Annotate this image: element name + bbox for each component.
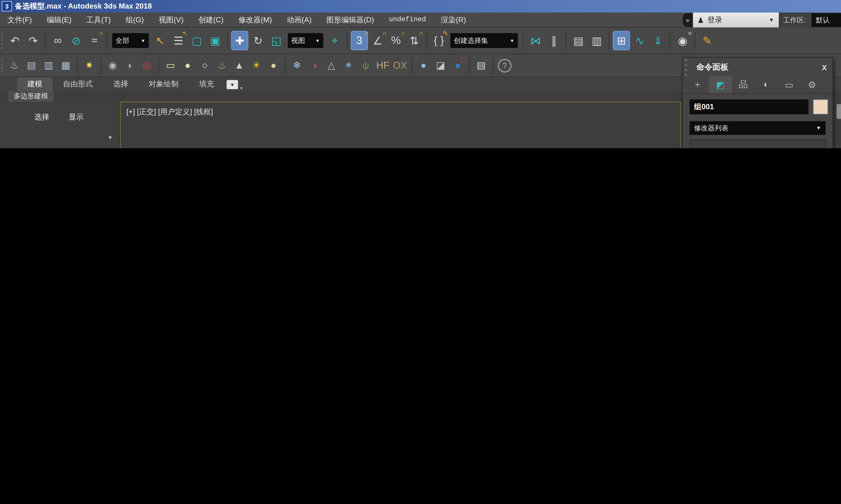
help-icon[interactable]: ? — [497, 57, 513, 74]
batch-render-icon[interactable]: ▤← — [473, 57, 489, 74]
area-light-icon[interactable]: ▭ — [162, 57, 178, 74]
spinner-snap-icon[interactable]: ⇅∩ — [406, 31, 423, 50]
viewport-label[interactable]: [+] [正交] [用户定义] [线框] — [126, 107, 213, 117]
tab-freeform[interactable]: 自由形式 — [53, 77, 103, 91]
hair-hf-icon[interactable]: HF — [375, 57, 391, 74]
fur-ox-icon[interactable]: OX — [392, 57, 408, 74]
menu-item-rendering[interactable]: 渲染(R) — [433, 13, 474, 27]
tab-hierarchy[interactable]: 品 — [732, 76, 755, 93]
close-icon[interactable]: X — [822, 63, 827, 72]
use-pivot-point-icon[interactable]: ⌖ — [326, 31, 343, 50]
tab-motion[interactable]: ◐ — [755, 76, 777, 93]
select-and-move-icon[interactable]: ✚ — [231, 31, 248, 50]
material-editor-icon[interactable]: ◉≡ — [674, 31, 691, 50]
tab-utilities[interactable]: ⚙ — [801, 76, 823, 93]
command-panel-titlebar[interactable]: 命令面板 X — [685, 59, 833, 76]
gold-teapot-icon[interactable]: ♨ — [214, 57, 230, 74]
menu-item-undefined[interactable]: undefined — [381, 13, 433, 27]
tab-create[interactable]: ＋ — [686, 76, 709, 93]
ribbon-subtab-polygon-modeling[interactable]: 多边形建模 — [8, 91, 54, 102]
toggle-scene-explorer-icon[interactable]: ▤ — [570, 31, 587, 50]
tab-populate[interactable]: 填充 — [189, 77, 224, 91]
menu-item-modifiers[interactable]: 修改器(M) — [231, 13, 279, 27]
toolbar-separator — [347, 32, 347, 49]
render-presets-icon[interactable]: ▦ — [58, 57, 74, 74]
menu-item-animation[interactable]: 动画(A) — [279, 13, 319, 27]
sun-light-icon[interactable]: ☀ — [248, 57, 264, 74]
rendered-frame-window-icon[interactable]: ▥ — [41, 57, 57, 74]
select-and-scale-icon[interactable]: ◱ — [268, 31, 285, 50]
mirror-icon[interactable]: ⋈ — [527, 31, 544, 50]
toolbar-separator — [158, 57, 159, 74]
omni-light-icon[interactable]: ● — [179, 57, 195, 74]
object-color-swatch[interactable] — [813, 100, 828, 114]
foam-icon[interactable]: ❄ — [289, 57, 305, 74]
reference-coordinate-dropdown[interactable]: 视图▼ — [288, 33, 323, 48]
camera-icon[interactable]: ◗ — [122, 57, 138, 74]
grass-icon[interactable]: ψ — [358, 57, 374, 74]
ribbon-minimize-arrow-icon[interactable]: ▾ — [240, 86, 243, 91]
tab-object-paint[interactable]: 对象绘制 — [138, 77, 189, 91]
modifier-list-dropdown[interactable]: 修改器列表 ▼ — [689, 121, 826, 135]
stereo-camera-icon[interactable]: ◎ — [139, 57, 155, 74]
redo-icon[interactable]: ↷ — [24, 31, 42, 50]
toolbar-overflow-icon[interactable]: » — [682, 13, 693, 27]
bind-to-space-warp-icon[interactable]: ≈∩ — [86, 31, 103, 50]
sphere-light-icon[interactable]: ○ — [197, 57, 213, 74]
snap-toggle-3d-icon[interactable]: 3∩ — [351, 31, 368, 50]
menu-item-create[interactable]: 创建(C) — [191, 13, 231, 27]
window-crossing-icon[interactable]: ▣ — [207, 31, 224, 50]
named-selection-sets-dropdown[interactable]: 创建选择集▼ — [450, 33, 518, 48]
tab-modify[interactable]: ◩ — [709, 76, 732, 93]
unlink-selection-icon[interactable]: ⊘ — [67, 31, 85, 50]
menu-item-views[interactable]: 视图(V) — [151, 13, 191, 27]
select-by-name-icon[interactable]: ☰↖ — [170, 31, 187, 50]
render-setup-window-icon[interactable]: ▤ — [23, 57, 39, 74]
tab-selection[interactable]: 选择 — [103, 77, 138, 91]
select-and-rotate-icon[interactable]: ↻ — [250, 31, 267, 50]
modifier-stack[interactable] — [689, 140, 826, 148]
angle-snap-icon[interactable]: ∠∩ — [369, 31, 386, 50]
tab-modeling[interactable]: 建模 — [17, 77, 53, 91]
render-setup-icon[interactable]: ✎ — [699, 31, 716, 50]
menu-item-tools[interactable]: 工具(T) — [79, 13, 118, 27]
toggle-layer-explorer-icon[interactable]: ▥ — [588, 31, 605, 50]
explorer-dropdown-icon[interactable]: ▼ — [108, 135, 113, 141]
selection-filter-dropdown[interactable]: 全部▼ — [112, 33, 149, 48]
select-and-link-icon[interactable]: ∞ — [49, 31, 66, 50]
light-lister-icon[interactable]: ✷ — [81, 57, 97, 74]
metaball-icon[interactable]: ◑ — [306, 57, 322, 74]
schematic-view-icon[interactable]: ⇓ — [649, 31, 667, 50]
exposure-icon[interactable]: ●▢ — [450, 57, 466, 74]
viewport[interactable]: [+] [正交] [用户定义] [线框] — [120, 102, 681, 148]
explorer-menu-select[interactable]: 选择 — [34, 112, 49, 122]
derrick-icon[interactable]: △ — [323, 57, 339, 74]
object-name-field[interactable]: 组001 — [689, 100, 809, 114]
align-icon[interactable]: ∥ — [545, 31, 563, 50]
toggle-ribbon-icon[interactable]: ⊞ — [613, 31, 630, 50]
tan-sphere-icon[interactable]: ● — [265, 57, 281, 74]
toolbar-separator — [227, 32, 228, 49]
edit-named-selection-sets-icon[interactable]: { }✎ — [430, 31, 447, 50]
cone-icon[interactable]: ▲ — [231, 57, 247, 74]
rectangular-selection-region-icon[interactable]: ▢ — [188, 31, 205, 50]
menu-item-graph-editors[interactable]: 图形编辑器(D) — [319, 13, 381, 27]
select-object-icon[interactable]: ↖ — [152, 31, 169, 50]
menu-item-file[interactable]: 文件(F) — [0, 13, 39, 27]
signin-button[interactable]: ♟ 登录 ▼ — [693, 13, 778, 28]
rock-icon[interactable]: ✷ — [340, 57, 356, 74]
workspace-dropdown[interactable]: 默认 ▼ — [811, 13, 841, 27]
blue-sphere-icon[interactable]: ● — [415, 57, 431, 74]
physical-camera-icon[interactable]: ◪ — [433, 57, 449, 74]
collapsed-tab[interactable] — [837, 104, 841, 119]
menu-item-edit[interactable]: 编辑(E) — [39, 13, 79, 27]
ribbon-minimize-icon[interactable]: ▼ — [226, 80, 238, 89]
tab-display[interactable]: ▭ — [777, 76, 801, 93]
video-camera-icon[interactable]: ◉ — [105, 57, 121, 74]
menu-item-group[interactable]: 组(G) — [118, 13, 151, 27]
undo-icon[interactable]: ↶ — [6, 31, 23, 50]
percent-snap-icon[interactable]: %∩ — [388, 31, 405, 50]
explorer-menu-display[interactable]: 显示 — [69, 112, 83, 122]
render-teapot-icon[interactable]: ♨ — [6, 57, 22, 74]
curve-editor-icon[interactable]: ∿ — [631, 31, 648, 50]
